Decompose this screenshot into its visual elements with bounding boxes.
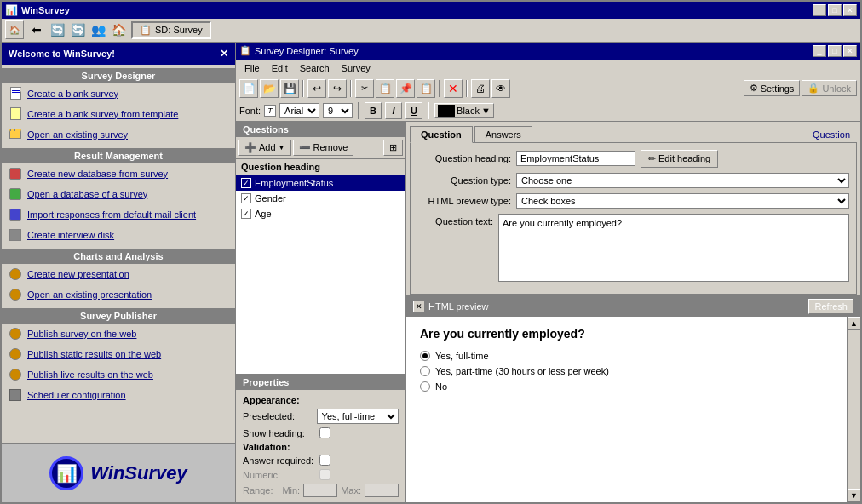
welcome-close-button[interactable]: ✕	[220, 48, 228, 60]
add-question-button[interactable]: ➕ Add ▼	[238, 140, 291, 156]
taskbar-window-button[interactable]: 📋 SD: Survey	[131, 21, 211, 39]
bold-button[interactable]: B	[365, 102, 382, 119]
preview-scrollbar: ▲ ▼	[847, 317, 860, 502]
show-heading-checkbox[interactable]	[319, 427, 330, 438]
app-maximize-button[interactable]: □	[828, 4, 842, 16]
question-type-select[interactable]: Choose one	[516, 173, 849, 188]
toolbar-print-button[interactable]: 🖨	[471, 79, 490, 98]
toolbar-open-button[interactable]: 📂	[260, 79, 279, 98]
numeric-label: Numeric:	[243, 470, 319, 480]
toolbar-paste-button[interactable]: 📌	[396, 79, 415, 98]
unlock-button[interactable]: 🔒 Unlock	[802, 80, 857, 96]
publish-static-label: Publish static results on the web	[27, 349, 161, 359]
sd-menu-search[interactable]: Search	[295, 61, 335, 75]
underline-button[interactable]: U	[405, 102, 422, 119]
toolbar-save-button[interactable]: 💾	[280, 79, 299, 98]
taskbar: 🏠 ⬅ 🔄 🔄 👥 🏠 📋 SD: Survey	[2, 19, 860, 43]
question-properties-button[interactable]: ⊞	[383, 140, 403, 156]
create-db-item[interactable]: Create new database from survey	[2, 163, 235, 184]
toolbar-delete-button[interactable]: ✕	[444, 79, 463, 98]
preview-close-button[interactable]: ✕	[413, 301, 425, 312]
create-template-survey-item[interactable]: Create a blank survey from template	[2, 104, 235, 124]
refresh-button[interactable]: Refresh	[808, 299, 853, 314]
max-input[interactable]	[365, 484, 399, 497]
taskbar-nav-refresh-red[interactable]: 🔄	[48, 20, 66, 39]
taskbar-nav-back[interactable]: ⬅	[27, 20, 46, 39]
publish-live-item[interactable]: Publish live results on the web	[2, 364, 235, 385]
question-item-age[interactable]: ✓ Age	[236, 206, 405, 221]
question-text-input[interactable]: Are you currently employed?	[498, 214, 849, 282]
preselected-select[interactable]: Yes, full-time	[317, 409, 399, 424]
toolbar-copy-button[interactable]: 📋	[376, 79, 394, 98]
sd-menu-survey[interactable]: Survey	[336, 61, 376, 75]
radio-button-parttime[interactable]	[420, 366, 430, 376]
logo-chart-icon: 📊	[49, 456, 83, 490]
taskbar-home2-icon[interactable]: 🏠	[109, 20, 128, 39]
publish-static-item[interactable]: Publish static results on the web	[2, 344, 235, 364]
question-checkbox-gender[interactable]: ✓	[241, 193, 251, 203]
create-blank-survey-item[interactable]: Create a blank survey	[2, 83, 235, 104]
question-heading-input[interactable]	[516, 151, 635, 166]
sd-close-button[interactable]: ✕	[843, 45, 857, 57]
remove-question-button[interactable]: ➖ Remove	[293, 140, 354, 156]
sd-maximize-button[interactable]: □	[828, 45, 842, 57]
italic-button[interactable]: I	[385, 102, 402, 119]
scrollbar-up-button[interactable]: ▲	[848, 317, 861, 330]
tab-question[interactable]: Question	[410, 126, 473, 143]
scrollbar-down-button[interactable]: ▼	[848, 489, 861, 502]
create-blank-icon	[9, 87, 22, 100]
toolbar-undo-button[interactable]: ↩	[307, 79, 326, 98]
taskbar-home-icon[interactable]: 🏠	[5, 20, 24, 39]
app-close-button[interactable]: ✕	[843, 4, 857, 16]
color-picker-button[interactable]: Black ▼	[434, 103, 494, 118]
tab-answers[interactable]: Answers	[474, 126, 532, 142]
create-template-label: Create a blank survey from template	[27, 109, 178, 119]
scheduler-label: Scheduler configuration	[27, 390, 126, 400]
open-db-item[interactable]: Open a database of a survey	[2, 184, 235, 204]
edit-heading-button[interactable]: ✏ Edit heading	[641, 150, 718, 168]
numeric-checkbox[interactable]	[319, 469, 330, 480]
show-heading-row: Show heading:	[243, 427, 399, 438]
font-size-select[interactable]: 9	[323, 103, 353, 118]
radio-button-no[interactable]	[420, 381, 430, 392]
max-label: Max:	[341, 485, 361, 495]
question-label-gender: Gender	[255, 193, 286, 203]
toolbar-preview-button[interactable]: 👁	[491, 79, 510, 98]
question-item-employment[interactable]: ✓ EmploymentStatus	[236, 175, 405, 191]
sd-minimize-button[interactable]: _	[813, 45, 826, 57]
toolbar-paste2-button[interactable]: 📋	[417, 79, 435, 98]
heading-form-label: Question heading:	[417, 153, 511, 163]
publish-web-icon	[9, 327, 22, 341]
open-presentation-item[interactable]: Open an existing presentation	[2, 284, 235, 305]
app-minimize-button[interactable]: _	[813, 4, 826, 16]
font-face-select[interactable]: Arial	[279, 103, 319, 118]
radio-button-fulltime[interactable]	[420, 351, 430, 361]
properties-panel: Properties Appearance: Preselected: Yes,…	[236, 374, 405, 502]
taskbar-people-icon[interactable]: 👥	[89, 20, 107, 39]
create-interview-item[interactable]: Create interview disk	[2, 225, 235, 245]
toolbar-sep3	[439, 80, 440, 97]
sd-menu-edit[interactable]: Edit	[267, 61, 293, 75]
html-preview-type-select[interactable]: Check boxes	[516, 193, 849, 209]
toolbar-new-button[interactable]: 📄	[239, 79, 258, 98]
welcome-header: Welcome to WinSurvey! ✕	[2, 43, 235, 65]
color-swatch	[438, 105, 455, 117]
min-input[interactable]	[303, 484, 337, 497]
open-existing-survey-item[interactable]: Open an existing survey	[2, 124, 235, 145]
question-checkbox-age[interactable]: ✓	[241, 209, 251, 219]
scheduler-item[interactable]: Scheduler configuration	[2, 385, 235, 405]
question-heading-row: Question heading: ✏ Edit heading	[417, 150, 849, 168]
sd-menu-file[interactable]: File	[239, 61, 265, 75]
create-presentation-item[interactable]: Create new presentation	[2, 264, 235, 284]
taskbar-nav-refresh-green[interactable]: 🔄	[68, 20, 87, 39]
toolbar-cut-button[interactable]: ✂	[355, 79, 374, 98]
toolbar-redo-button[interactable]: ↪	[328, 79, 347, 98]
answer-required-checkbox[interactable]	[319, 455, 330, 466]
publish-web-item[interactable]: Publish survey on the web	[2, 324, 235, 344]
result-management-section-header: Result Management	[2, 148, 235, 163]
question-item-gender[interactable]: ✓ Gender	[236, 191, 405, 206]
question-checkbox-employment[interactable]: ✓	[241, 178, 251, 188]
settings-button[interactable]: ⚙ Settings	[744, 80, 801, 96]
color-label: Black	[457, 106, 480, 116]
import-responses-item[interactable]: Import responses from default mail clien…	[2, 204, 235, 225]
